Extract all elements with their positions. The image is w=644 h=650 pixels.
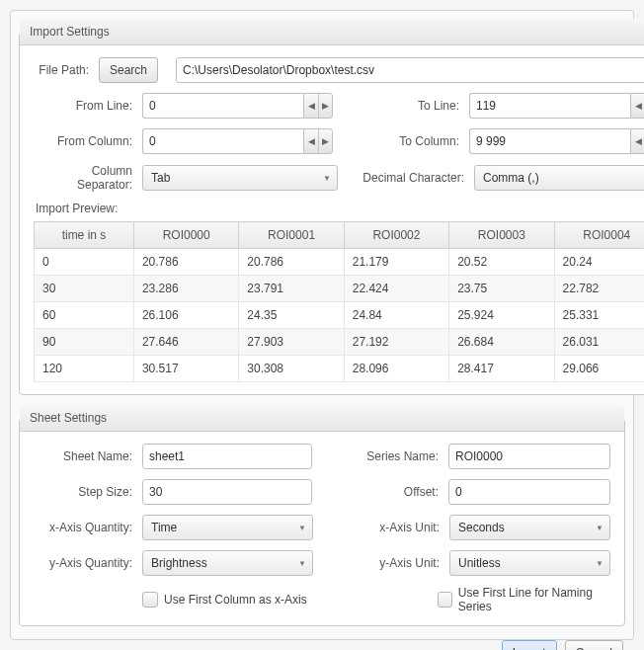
dialog-footer: Import Cancel bbox=[19, 636, 625, 650]
sheet-settings-title: Sheet Settings bbox=[20, 405, 624, 432]
series-name-input[interactable] bbox=[448, 444, 610, 469]
cancel-button[interactable]: Cancel bbox=[565, 640, 623, 650]
column-separator-select[interactable]: Tab bbox=[142, 165, 338, 191]
decimal-character-select[interactable]: Comma (,) bbox=[474, 165, 644, 191]
x-axis-quantity-select[interactable]: Time bbox=[142, 515, 313, 540]
to-column-label: To Column: bbox=[351, 134, 469, 148]
file-path-label: File Path: bbox=[34, 63, 99, 77]
y-axis-unit-select[interactable]: Unitless bbox=[449, 550, 610, 576]
table-header[interactable]: time in s bbox=[35, 222, 134, 249]
table-header[interactable]: ROI0000 bbox=[133, 222, 238, 249]
import-settings-panel: Import Settings File Path: Search From L… bbox=[19, 19, 644, 395]
table-cell: 20.786 bbox=[239, 249, 344, 276]
x-axis-unit-label: x-Axis Unit: bbox=[331, 521, 449, 534]
table-cell: 22.424 bbox=[344, 276, 448, 302]
table-cell: 20.786 bbox=[133, 249, 238, 276]
to-column-spinner[interactable]: ◀▶ bbox=[469, 128, 644, 154]
table-row[interactable]: 9027.64627.90327.19226.68426.031 bbox=[35, 329, 645, 356]
y-axis-quantity-select[interactable]: Brightness bbox=[142, 550, 313, 576]
spin-left-icon[interactable]: ◀ bbox=[631, 129, 644, 153]
import-preview-label: Import Preview: bbox=[36, 202, 644, 215]
table-cell: 27.646 bbox=[133, 329, 238, 356]
table-cell: 25.924 bbox=[449, 302, 554, 329]
spin-left-icon[interactable]: ◀ bbox=[304, 94, 318, 118]
file-path-input[interactable] bbox=[176, 57, 644, 83]
table-cell: 20.24 bbox=[554, 249, 644, 276]
offset-input[interactable] bbox=[448, 479, 610, 505]
table-header[interactable]: ROI0004 bbox=[554, 222, 644, 249]
from-line-input[interactable] bbox=[142, 93, 303, 119]
use-first-column-label: Use First Column as x-Axis bbox=[164, 593, 307, 607]
x-axis-quantity-label: x-Axis Quantity: bbox=[34, 521, 142, 534]
use-first-column-checkbox[interactable] bbox=[142, 592, 158, 608]
to-line-label: To Line: bbox=[351, 99, 469, 113]
table-cell: 27.903 bbox=[239, 329, 344, 356]
decimal-character-label: Decimal Character: bbox=[356, 171, 474, 185]
to-column-input[interactable] bbox=[469, 128, 630, 154]
table-cell: 30.517 bbox=[133, 356, 238, 382]
spin-left-icon[interactable]: ◀ bbox=[304, 129, 318, 153]
table-row[interactable]: 6026.10624.3524.8425.92425.331 bbox=[35, 302, 645, 329]
sheet-name-input[interactable] bbox=[142, 444, 312, 469]
spin-right-icon[interactable]: ▶ bbox=[318, 129, 332, 153]
table-cell: 21.179 bbox=[344, 249, 448, 276]
table-header[interactable]: ROI0003 bbox=[449, 222, 554, 249]
step-size-label: Step Size: bbox=[34, 485, 142, 499]
from-line-spinner[interactable]: ◀▶ bbox=[142, 93, 333, 119]
import-preview-table: time in sROI0000ROI0001ROI0002ROI0003ROI… bbox=[34, 221, 644, 382]
table-cell: 28.417 bbox=[449, 356, 554, 382]
table-cell: 28.096 bbox=[344, 356, 448, 382]
step-size-input[interactable] bbox=[142, 479, 312, 505]
to-line-input[interactable] bbox=[469, 93, 630, 119]
sheet-name-label: Sheet Name: bbox=[34, 449, 142, 463]
table-cell: 26.106 bbox=[133, 302, 238, 329]
search-button[interactable]: Search bbox=[99, 57, 158, 83]
table-cell: 120 bbox=[35, 356, 134, 382]
table-cell: 26.031 bbox=[554, 329, 644, 356]
table-cell: 90 bbox=[35, 329, 134, 356]
y-axis-quantity-label: y-Axis Quantity: bbox=[34, 556, 142, 570]
table-cell: 29.066 bbox=[554, 356, 644, 382]
table-cell: 23.75 bbox=[449, 276, 554, 302]
table-cell: 0 bbox=[35, 249, 134, 276]
table-cell: 26.684 bbox=[449, 329, 554, 356]
offset-label: Offset: bbox=[330, 485, 448, 499]
table-cell: 24.84 bbox=[344, 302, 448, 329]
table-header[interactable]: ROI0002 bbox=[344, 222, 448, 249]
import-button[interactable]: Import bbox=[502, 640, 557, 650]
table-cell: 27.192 bbox=[344, 329, 448, 356]
import-settings-title: Import Settings bbox=[20, 19, 644, 45]
table-cell: 60 bbox=[35, 302, 134, 329]
to-line-spinner[interactable]: ◀▶ bbox=[469, 93, 644, 119]
table-row[interactable]: 12030.51730.30828.09628.41729.066 bbox=[35, 356, 645, 382]
use-first-line-checkbox[interactable] bbox=[438, 592, 451, 608]
from-column-spinner[interactable]: ◀▶ bbox=[142, 128, 333, 154]
use-first-line-label: Use First Line for Naming Series bbox=[458, 586, 610, 613]
table-cell: 23.286 bbox=[133, 276, 238, 302]
table-cell: 24.35 bbox=[239, 302, 344, 329]
table-cell: 22.782 bbox=[554, 276, 644, 302]
table-row[interactable]: 020.78620.78621.17920.5220.24 bbox=[35, 249, 645, 276]
from-column-label: From Column: bbox=[34, 134, 142, 148]
from-line-label: From Line: bbox=[34, 99, 142, 113]
table-cell: 25.331 bbox=[554, 302, 644, 329]
x-axis-unit-select[interactable]: Seconds bbox=[449, 515, 610, 540]
from-column-input[interactable] bbox=[142, 128, 303, 154]
table-cell: 30.308 bbox=[239, 356, 344, 382]
series-name-label: Series Name: bbox=[330, 449, 448, 463]
table-cell: 20.52 bbox=[449, 249, 554, 276]
table-cell: 30 bbox=[35, 276, 134, 302]
column-separator-label: Column Separator: bbox=[34, 164, 142, 192]
table-cell: 23.791 bbox=[239, 276, 344, 302]
table-row[interactable]: 3023.28623.79122.42423.7522.782 bbox=[35, 276, 645, 302]
sheet-settings-panel: Sheet Settings Sheet Name: Series Name: … bbox=[19, 405, 625, 626]
spin-right-icon[interactable]: ▶ bbox=[318, 94, 332, 118]
y-axis-unit-label: y-Axis Unit: bbox=[331, 556, 449, 570]
spin-left-icon[interactable]: ◀ bbox=[631, 94, 644, 118]
table-header[interactable]: ROI0001 bbox=[239, 222, 344, 249]
